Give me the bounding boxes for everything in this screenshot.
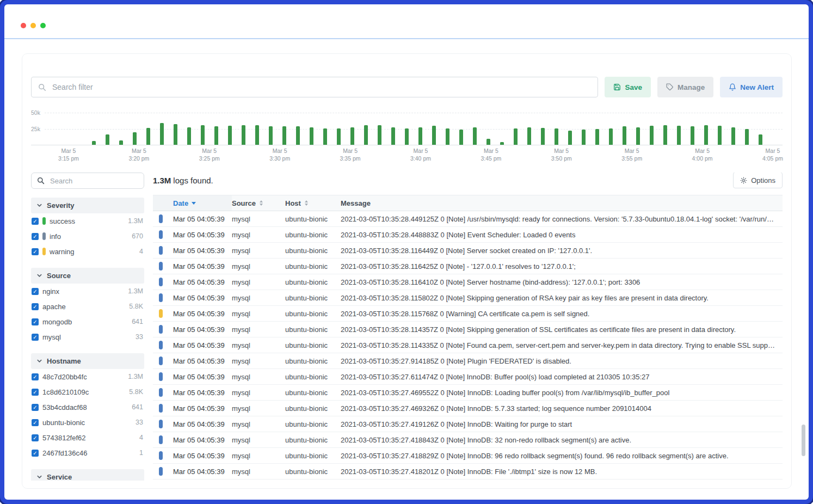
chart-bar[interactable]: [609, 128, 613, 145]
chart-bar[interactable]: [527, 127, 531, 145]
column-header-host[interactable]: Host: [285, 195, 341, 211]
chart-bar[interactable]: [323, 128, 327, 145]
filter-section-header-service[interactable]: Service: [31, 469, 144, 481]
chart-bar[interactable]: [486, 139, 490, 145]
checkbox-warning[interactable]: ✓: [32, 248, 39, 255]
log-row[interactable]: Mar 05 04:05:39mysqlubuntu-bionic2021-03…: [153, 432, 783, 448]
chart-bar[interactable]: [704, 125, 708, 145]
chart-bar[interactable]: [446, 128, 449, 145]
checkbox-nginx[interactable]: ✓: [32, 288, 39, 295]
chart-bar[interactable]: [160, 123, 164, 145]
options-button[interactable]: Options: [733, 173, 783, 188]
chart-bar[interactable]: [514, 128, 518, 145]
chart-bar[interactable]: [745, 129, 749, 145]
column-header-source[interactable]: Source: [232, 195, 285, 211]
chart-bar[interactable]: [582, 130, 586, 145]
chart-bar[interactable]: [364, 125, 368, 145]
chart-bar[interactable]: [242, 125, 245, 145]
filter-section-header-severity[interactable]: Severity: [31, 198, 144, 213]
chart-bar[interactable]: [405, 128, 409, 145]
chart-bar[interactable]: [269, 126, 273, 145]
chart-bar[interactable]: [378, 125, 381, 145]
sidebar-search[interactable]: [31, 173, 144, 189]
log-row[interactable]: Mar 05 04:05:39mysqlubuntu-bionic2021-03…: [153, 401, 783, 416]
log-row[interactable]: Mar 05 04:05:39mysqlubuntu-bionic2021-03…: [153, 448, 783, 464]
chart-bar[interactable]: [282, 126, 286, 145]
log-row[interactable]: Mar 05 04:05:39mysqlubuntu-bionic2021-03…: [153, 259, 783, 274]
chart-bar[interactable]: [595, 129, 599, 145]
checkbox-53b4cddacf68[interactable]: ✓: [32, 404, 39, 411]
chart-bar[interactable]: [310, 127, 313, 145]
chart-bar[interactable]: [759, 134, 762, 145]
checkbox-2467fd136c46[interactable]: ✓: [32, 450, 39, 457]
log-row[interactable]: Mar 05 04:05:39mysqlubuntu-bionic2021-03…: [153, 337, 783, 353]
scrollbar-thumb[interactable]: [802, 425, 805, 456]
checkbox-mongodb[interactable]: ✓: [32, 318, 39, 325]
chart-bar[interactable]: [459, 130, 463, 145]
chart-bar[interactable]: [174, 124, 177, 145]
chart-bar[interactable]: [636, 127, 640, 145]
chart-bar[interactable]: [255, 125, 259, 145]
chart-bar[interactable]: [677, 126, 681, 145]
chart-bar[interactable]: [92, 141, 96, 145]
log-row[interactable]: Mar 05 04:05:39mysqlubuntu-bionic2021-03…: [153, 306, 783, 322]
save-button[interactable]: Save: [605, 77, 651, 97]
chart-bar[interactable]: [663, 125, 667, 145]
search-filter[interactable]: [31, 77, 598, 97]
chart-bar[interactable]: [106, 134, 109, 145]
chart-bar[interactable]: [650, 126, 654, 145]
chart-bar[interactable]: [731, 127, 735, 145]
log-row[interactable]: Mar 05 04:05:39mysqlubuntu-bionic2021-03…: [153, 385, 783, 401]
chart-bar[interactable]: [473, 127, 477, 145]
new-alert-button[interactable]: New Alert: [720, 77, 783, 97]
checkbox-ubuntu-bionic[interactable]: ✓: [32, 419, 39, 426]
chart-bar[interactable]: [555, 128, 558, 145]
log-row[interactable]: Mar 05 04:05:39mysqlubuntu-bionic2021-03…: [153, 227, 783, 243]
chart-bar[interactable]: [623, 126, 626, 145]
log-date: Mar 05 04:05:39: [173, 247, 232, 255]
log-row[interactable]: Mar 05 04:05:39mysqlubuntu-bionic2021-03…: [153, 369, 783, 385]
window-zoom-button[interactable]: [40, 23, 46, 28]
search-filter-input[interactable]: [51, 82, 591, 92]
log-row[interactable]: Mar 05 04:05:39mysqlubuntu-bionic2021-03…: [153, 211, 783, 227]
chart-bar[interactable]: [119, 140, 123, 145]
manage-button[interactable]: Manage: [657, 77, 713, 97]
chart-bar[interactable]: [718, 126, 722, 145]
window-minimize-button[interactable]: [30, 23, 36, 28]
column-header-date[interactable]: Date: [173, 195, 232, 211]
checkbox-apache[interactable]: ✓: [32, 303, 39, 310]
log-row[interactable]: Mar 05 04:05:39mysqlubuntu-bionic2021-03…: [153, 322, 783, 337]
chart-bar[interactable]: [201, 125, 205, 145]
chart-bar[interactable]: [187, 127, 191, 145]
checkbox-5743812fef62[interactable]: ✓: [32, 434, 39, 441]
log-row[interactable]: Mar 05 04:05:39mysqlubuntu-bionic2021-03…: [153, 353, 783, 369]
chart-bar[interactable]: [350, 127, 354, 145]
chart-bar[interactable]: [691, 126, 694, 145]
log-row[interactable]: Mar 05 04:05:39mysqlubuntu-bionic2021-03…: [153, 243, 783, 259]
chart-bar[interactable]: [146, 128, 150, 145]
chart-bar[interactable]: [133, 132, 137, 145]
log-row[interactable]: Mar 05 04:05:39mysqlubuntu-bionic2021-03…: [153, 464, 783, 480]
chart-bar[interactable]: [541, 128, 545, 145]
checkbox-info[interactable]: ✓: [32, 233, 39, 240]
chart-bar[interactable]: [391, 127, 395, 145]
chart-bar[interactable]: [500, 142, 504, 145]
log-row[interactable]: Mar 05 04:05:39mysqlubuntu-bionic2021-03…: [153, 290, 783, 306]
chart-bar[interactable]: [432, 126, 436, 145]
chart-bar[interactable]: [418, 127, 422, 145]
chart-bar[interactable]: [337, 128, 341, 145]
checkbox-mysql[interactable]: ✓: [32, 334, 39, 341]
checkbox-success[interactable]: ✓: [32, 218, 39, 225]
checkbox-1c8d6210109c[interactable]: ✓: [32, 389, 39, 396]
log-row[interactable]: Mar 05 04:05:39mysqlubuntu-bionic2021-03…: [153, 274, 783, 290]
log-row[interactable]: Mar 05 04:05:39mysqlubuntu-bionic2021-03…: [153, 416, 783, 432]
window-close-button[interactable]: [21, 23, 26, 28]
sidebar-search-input[interactable]: [49, 176, 138, 186]
checkbox-48c7d20bb4fc[interactable]: ✓: [32, 373, 39, 380]
chart-bar[interactable]: [228, 126, 232, 145]
chart-bar[interactable]: [296, 126, 300, 145]
chart-bar[interactable]: [214, 126, 218, 145]
filter-section-header-source[interactable]: Source: [31, 268, 144, 284]
filter-section-header-hostname[interactable]: Hostname: [31, 353, 144, 369]
chart-bar[interactable]: [568, 131, 572, 145]
